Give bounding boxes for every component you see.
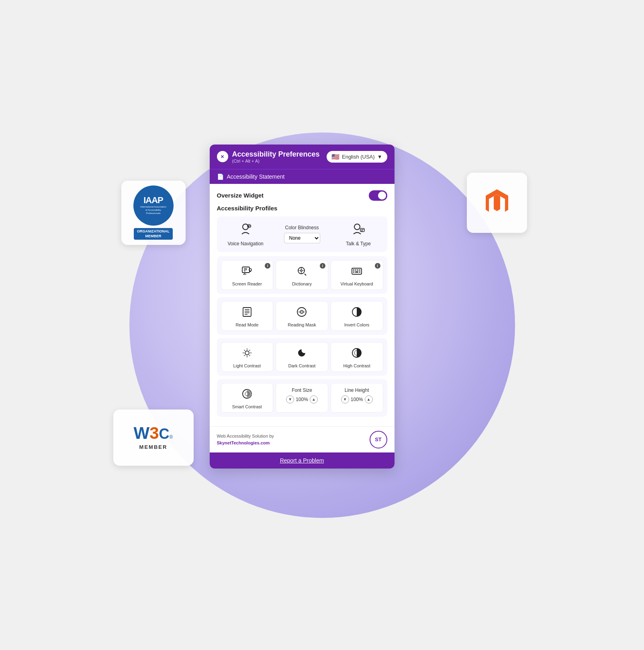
iaap-sub-text: International Associationof Accessibilit… (140, 206, 166, 215)
header-title: Accessibility Preferences (232, 150, 320, 159)
oversize-toggle[interactable] (369, 190, 387, 201)
color-blindness-select[interactable]: None (284, 233, 320, 243)
high-contrast-icon (351, 347, 362, 361)
chevron-down-icon: ▼ (377, 154, 382, 160)
font-size-label: Font Size (292, 387, 312, 393)
reading-mask-icon (296, 306, 307, 320)
iaap-circle: IAAP International Associationof Accessi… (133, 185, 174, 226)
svg-rect-13 (353, 271, 354, 273)
tools-row-3: Light Contrast Dark Contrast (217, 338, 387, 376)
tools-row-4: Smart Contrast Font Size ▼ 100% ▲ Line H… (217, 379, 387, 417)
invert-colors-item[interactable]: Invert Colors (331, 301, 383, 331)
profiles-section-label: Accessibility Profiles (217, 205, 387, 212)
profiles-section: Voice Navigation Color Blindness None (217, 216, 387, 252)
svg-rect-10 (355, 269, 356, 271)
close-button[interactable]: × (217, 151, 228, 162)
magento-badge (467, 173, 527, 233)
voice-navigation-item[interactable]: Voice Navigation (223, 222, 269, 247)
light-contrast-item[interactable]: Light Contrast (221, 342, 274, 372)
w3c-logo: W 3 C ® (134, 425, 173, 442)
dark-contrast-item[interactable]: Dark Contrast (276, 342, 328, 372)
lang-label: English (USA) (342, 154, 375, 160)
svg-point-2 (354, 224, 360, 230)
line-height-increase-button[interactable]: ▲ (365, 395, 373, 403)
color-blindness-block: Color Blindness None (272, 225, 332, 243)
close-icon: × (221, 153, 224, 160)
dictionary-item[interactable]: i Dictionary (276, 260, 328, 290)
talk-type-icon (352, 222, 365, 238)
svg-rect-14 (355, 271, 358, 273)
reading-mask-item[interactable]: Reading Mask (276, 301, 328, 331)
dark-contrast-icon (296, 347, 307, 361)
smart-contrast-item[interactable]: Smart Contrast (221, 383, 274, 413)
svg-point-7 (301, 270, 302, 271)
screen-reader-icon (241, 265, 253, 279)
voice-navigation-label: Voice Navigation (227, 241, 263, 247)
w3c-w: W (134, 425, 150, 442)
svg-rect-3 (360, 228, 364, 232)
high-contrast-item[interactable]: High Contrast (331, 342, 383, 372)
virtual-keyboard-item[interactable]: i (331, 260, 383, 290)
font-size-controls: ▼ 100% ▲ (286, 395, 318, 403)
w3c-3: 3 (149, 425, 159, 442)
line-height-item: Line Height ▼ 100% ▲ (331, 383, 383, 413)
color-blindness-label: Color Blindness (285, 225, 319, 230)
w3c-badge: W 3 C ® MEMBER (113, 410, 194, 466)
header-subtitle: (Ctrl + Alt + A) (232, 159, 320, 163)
w3c-c: C (159, 427, 170, 441)
screen-reader-label: Screen Reader (232, 281, 262, 286)
font-size-value: 100% (296, 397, 308, 402)
footer-text: Web Accessibility Solution by SkynetTech… (217, 433, 274, 446)
svg-rect-12 (359, 269, 360, 271)
high-contrast-label: High Contrast (343, 363, 370, 368)
font-size-decrease-button[interactable]: ▼ (286, 395, 294, 403)
widget-header: × Accessibility Preferences (Ctrl + Alt … (210, 145, 395, 169)
language-button[interactable]: 🇺🇸 English (USA) ▼ (327, 151, 387, 163)
magento-icon (481, 187, 513, 219)
footer-link[interactable]: SkynetTechnologies.com (217, 440, 270, 445)
dictionary-label: Dictionary (292, 281, 312, 286)
dictionary-info-icon: i (320, 263, 325, 269)
svg-rect-15 (359, 271, 360, 273)
font-size-item: Font Size ▼ 100% ▲ (276, 383, 328, 413)
report-problem-button[interactable]: Report a Problem (210, 452, 395, 469)
line-height-decrease-button[interactable]: ▼ (341, 395, 349, 403)
reading-mask-label: Reading Mask (288, 322, 316, 327)
virtual-keyboard-label: Virtual Keyboard (341, 281, 373, 286)
tools-row-1: i Screen Reader (217, 256, 387, 294)
read-mode-item[interactable]: Read Mode (221, 301, 274, 331)
svg-rect-9 (353, 269, 354, 271)
light-contrast-icon (241, 347, 253, 361)
tools-row-2: Read Mode Reading Mask (217, 297, 387, 335)
svg-rect-8 (352, 268, 362, 274)
smart-contrast-label: Smart Contrast (232, 404, 262, 409)
iaap-member-label: ORGANIZATIONALMEMBER (134, 228, 173, 240)
line-height-controls: ▼ 100% ▲ (341, 395, 373, 403)
font-size-increase-button[interactable]: ▲ (310, 395, 318, 403)
tools-grid-3: Light Contrast Dark Contrast (221, 342, 383, 372)
svg-rect-16 (243, 308, 251, 316)
read-mode-label: Read Mode (235, 322, 258, 327)
header-title-block: Accessibility Preferences (Ctrl + Alt + … (232, 150, 320, 163)
dark-contrast-label: Dark Contrast (288, 363, 316, 368)
talk-and-type-item[interactable]: Talk & Type (335, 222, 381, 247)
virtual-keyboard-icon (351, 265, 362, 279)
invert-colors-label: Invert Colors (344, 322, 369, 327)
read-mode-icon (241, 306, 253, 320)
screen-reader-info-icon: i (265, 263, 270, 269)
footer-text-line1: Web Accessibility Solution by (217, 434, 274, 438)
header-left: × Accessibility Preferences (Ctrl + Alt … (217, 150, 320, 163)
statement-bar[interactable]: 📄 Accessibility Statement (210, 169, 395, 184)
svg-point-20 (245, 351, 249, 355)
widget-panel: × Accessibility Preferences (Ctrl + Alt … (210, 145, 395, 469)
w3c-reg: ® (170, 434, 173, 440)
iaap-badge: IAAP International Associationof Accessi… (121, 181, 186, 245)
flag-icon: 🇺🇸 (331, 153, 339, 161)
footer-logo: ST (370, 431, 387, 448)
widget-body: Oversize Widget Accessibility Profiles (210, 184, 395, 426)
tools-grid-1: i Screen Reader (221, 260, 383, 290)
line-height-value: 100% (351, 397, 363, 402)
screen-reader-item[interactable]: i Screen Reader (221, 260, 274, 290)
oversize-label: Oversize Widget (217, 192, 264, 199)
virtual-keyboard-info-icon: i (375, 263, 380, 269)
